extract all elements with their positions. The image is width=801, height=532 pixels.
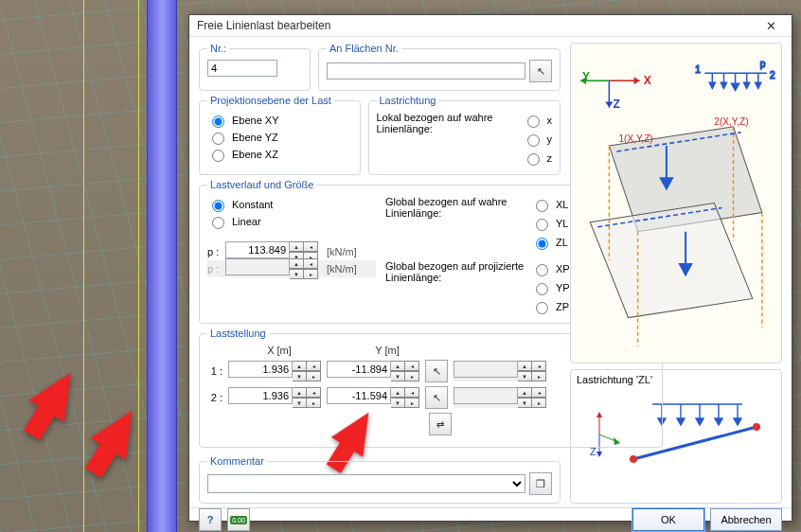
group-on-surfaces: An Flächen Nr. — [318, 43, 561, 91]
svg-text:1(X,Y,Z): 1(X,Y,Z) — [618, 133, 652, 144]
bg-yellow-line — [138, 0, 139, 532]
svg-text:Z: Z — [613, 98, 620, 111]
pos1-y[interactable]: ▲▼◂▸ — [327, 361, 419, 381]
comment-combo[interactable] — [207, 474, 525, 493]
radio-plane-xz[interactable]: Ebene XZ — [207, 146, 352, 163]
group-projection-plane: Projektionsebene der Last Ebene XY Ebene… — [199, 95, 361, 175]
radio-konstant[interactable]: Konstant — [207, 196, 376, 213]
nr-input[interactable] — [207, 60, 277, 77]
pos2-z: ▲▼◂▸ — [454, 387, 546, 408]
group-load-direction: Lastrichtung Lokal bezogen auf wahre Lin… — [368, 95, 561, 175]
bg-yellow-line — [83, 0, 84, 532]
radio-dir-yp[interactable]: YP — [531, 279, 570, 296]
group-comment: Kommentar — [199, 455, 561, 504]
group-number: Nr.: — [199, 43, 311, 91]
step-left-icon: ◂ — [304, 241, 318, 252]
radio-dir-zp[interactable]: ZP — [531, 298, 570, 315]
svg-marker-57 — [734, 418, 741, 425]
titlebar: Freie Linienlast bearbeiten ✕ — [189, 15, 792, 37]
col-x: X [m] — [228, 345, 330, 356]
radio-dir-z[interactable]: z — [523, 150, 553, 167]
radio-dir-xl[interactable]: XL — [531, 196, 570, 213]
background-column — [147, 0, 177, 532]
svg-marker-40 — [596, 452, 602, 457]
pos2-y[interactable]: ▲▼◂▸ — [327, 387, 419, 408]
direction-diagram: Y X Z 1 2 p — [570, 43, 782, 364]
radio-dir-zl[interactable]: ZL — [531, 234, 570, 251]
units-button[interactable] — [227, 508, 250, 531]
svg-marker-53 — [696, 418, 703, 425]
pick-point2-button[interactable] — [425, 386, 448, 409]
label-p1: p : — [207, 246, 221, 257]
p1-input[interactable] — [225, 241, 290, 258]
label-surfaces: An Flächen Nr. — [327, 43, 401, 54]
svg-marker-51 — [677, 418, 685, 425]
surfaces-input[interactable] — [327, 62, 525, 80]
radio-dir-yl[interactable]: YL — [531, 215, 570, 232]
svg-text:X: X — [644, 74, 651, 87]
p2-spinner: ▲▼ ◂▸ — [225, 258, 318, 279]
svg-point-45 — [630, 455, 637, 463]
dialog-free-line-load: Freie Linienlast bearbeiten ✕ Nr.: An Fl… — [188, 14, 792, 522]
p2-input — [225, 258, 290, 275]
svg-text:p: p — [760, 59, 766, 69]
spin-up-icon: ▲ — [290, 241, 304, 252]
svg-marker-55 — [715, 418, 722, 425]
pos2-x[interactable]: ▲▼◂▸ — [228, 387, 321, 408]
label-p2: p : — [207, 263, 221, 275]
pos1-z: ▲▼◂▸ — [454, 361, 546, 381]
svg-marker-24 — [590, 204, 753, 318]
pick-surface-button[interactable] — [529, 60, 552, 82]
pick-point1-button[interactable] — [425, 360, 448, 382]
radio-plane-yz[interactable]: Ebene YZ — [207, 129, 352, 146]
svg-marker-7 — [605, 102, 613, 108]
svg-text:2(X,Y,Z): 2(X,Y,Z) — [714, 116, 748, 127]
help-button[interactable] — [199, 508, 222, 531]
svg-marker-4 — [634, 77, 640, 84]
ok-button[interactable]: OK — [632, 508, 704, 531]
svg-marker-14 — [709, 82, 715, 88]
radio-plane-xy[interactable]: Ebene XY — [207, 112, 352, 129]
label-local-true: Lokal bezogen auf wahre Linienlänge: — [377, 112, 519, 167]
svg-marker-18 — [732, 83, 739, 90]
svg-marker-22 — [756, 82, 761, 88]
pos1-x[interactable]: ▲▼◂▸ — [228, 361, 321, 381]
svg-text:2: 2 — [770, 70, 775, 80]
cancel-button[interactable]: Abbrechen — [710, 508, 782, 531]
swap-points-button[interactable] — [429, 413, 452, 435]
radio-dir-x[interactable]: x — [523, 112, 553, 129]
svg-text:1: 1 — [695, 64, 701, 75]
group-load-course-magnitude: Lastverlauf und Größe Konstant Linear p … — [199, 179, 578, 324]
dialog-title: Freie Linienlast bearbeiten — [197, 19, 330, 32]
annotation-arrow — [331, 402, 384, 457]
radio-dir-y[interactable]: y — [523, 131, 553, 148]
label-global-true: Global bezogen auf wahre Linienlänge: — [385, 196, 527, 251]
dialog-footer: OK Abbrechen — [189, 507, 792, 531]
radio-linear[interactable]: Linear — [207, 213, 376, 230]
radio-dir-xp[interactable]: XP — [531, 260, 570, 277]
svg-point-46 — [753, 423, 760, 431]
svg-marker-16 — [721, 82, 726, 88]
label-global-proj: Global bezogen auf projizierte Linienlän… — [385, 260, 527, 315]
svg-marker-20 — [744, 82, 750, 88]
close-icon[interactable]: ✕ — [756, 15, 786, 36]
comment-library-button[interactable] — [529, 472, 552, 495]
col-y: Y [m] — [336, 345, 438, 356]
label-nr: Nr.: — [207, 43, 229, 54]
